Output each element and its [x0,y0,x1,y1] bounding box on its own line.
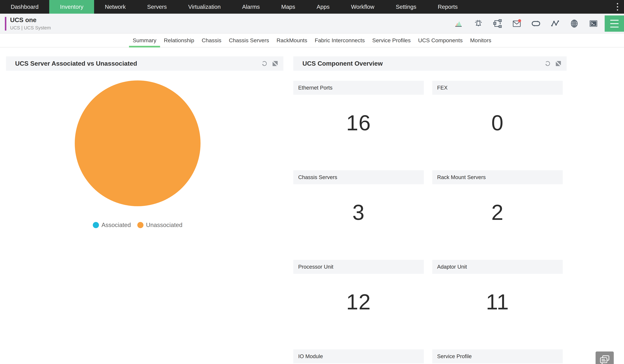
tab-ucs-components[interactable]: UCS Components [414,33,466,47]
legend-swatch [93,222,99,228]
card-io-module[interactable]: IO Module [293,349,424,364]
card-rack-mount-servers[interactable]: Rack Mount Servers 2 [432,170,563,260]
tab-rackmounts[interactable]: RackMounts [273,33,311,47]
legend-label: Unassociated [146,222,182,229]
hamburger-menu-button[interactable] [605,15,624,32]
pie-panel: UCS Server Associated vs Unassociated As… [6,56,283,229]
nav-item-settings[interactable]: Settings [385,0,427,14]
card-label: Processor Unit [293,260,424,274]
refresh-icon[interactable] [261,60,268,67]
overflow-menu-icon[interactable] [617,3,618,11]
card-label: Rack Mount Servers [432,170,563,184]
terminal-icon[interactable] [589,19,598,28]
card-label: FEX [432,81,563,95]
card-value: 11 [432,274,563,330]
card-ethernet-ports[interactable]: Ethernet Ports 16 [293,81,424,170]
device-title: UCS one [10,16,51,24]
overview-panel-title: UCS Component Overview [302,60,541,67]
card-value: 0 [432,95,563,151]
refresh-icon[interactable] [544,60,551,67]
pie-legend: Associated Unassociated [75,222,201,229]
nav-item-inventory[interactable]: Inventory [49,0,94,14]
performance-chart-icon[interactable] [455,19,464,28]
content-area: UCS Server Associated vs Unassociated As… [0,48,624,364]
card-value: 12 [293,274,424,330]
resize-icon[interactable] [271,60,279,67]
tab-fabric-interconnects[interactable]: Fabric Interconnects [311,33,368,47]
nav-item-virtualization[interactable]: Virtualization [178,0,231,14]
card-value: 16 [293,95,424,151]
globe-icon[interactable] [570,19,579,28]
overview-panel-header: UCS Component Overview [293,56,567,71]
sync-loop-icon[interactable] [531,19,541,28]
card-processor-unit[interactable]: Processor Unit 12 [293,260,424,349]
card-label: Chassis Servers [293,170,424,184]
workflow-icon[interactable] [493,19,502,28]
nav-item-network[interactable]: Network [94,0,136,14]
tab-monitors[interactable]: Monitors [466,33,495,47]
nav-item-servers[interactable]: Servers [136,0,178,14]
line-graph-icon[interactable] [550,19,560,28]
device-subtitle: UCS | UCS System [10,25,51,30]
card-value: 2 [432,184,563,240]
device-accent-bar [5,17,6,30]
pie-panel-header: UCS Server Associated vs Unassociated [6,56,283,71]
nav-item-workflow[interactable]: Workflow [340,0,385,14]
chat-button[interactable] [596,351,614,364]
legend-entry-associated[interactable]: Associated [93,222,131,229]
component-cards-grid: Ethernet Ports 16 FEX 0 Chassis Servers … [293,81,567,364]
nav-item-maps[interactable]: Maps [271,0,306,14]
tab-summary[interactable]: Summary [129,33,160,47]
nav-item-alarms[interactable]: Alarms [231,0,271,14]
legend-swatch [137,222,143,228]
device-header-bar: UCS one UCS | UCS System [0,14,624,33]
device-toolbar [455,14,598,33]
overview-panel: UCS Component Overview Ethernet Ports 16 [293,56,567,364]
legend-entry-unassociated[interactable]: Unassociated [137,222,182,229]
tab-chassis[interactable]: Chassis [198,33,225,47]
card-value [293,363,424,364]
pie-chart[interactable] [75,80,201,206]
card-fex[interactable]: FEX 0 [432,81,563,170]
tab-relationship[interactable]: Relationship [160,33,198,47]
nav-item-apps[interactable]: Apps [306,0,340,14]
card-label: Adaptor Unit [432,260,563,274]
card-service-profile[interactable]: Service Profile [432,349,563,364]
card-label: IO Module [293,349,424,363]
card-adaptor-unit[interactable]: Adaptor Unit 11 [432,260,563,349]
tab-service-profiles[interactable]: Service Profiles [368,33,414,47]
card-value: 3 [293,184,424,240]
pie-panel-title: UCS Server Associated vs Unassociated [15,60,258,67]
top-nav: Dashboard Inventory Network Servers Virt… [0,0,624,14]
alarm-bell-icon[interactable] [474,19,483,28]
card-chassis-servers[interactable]: Chassis Servers 3 [293,170,424,260]
resize-icon[interactable] [555,60,562,67]
tab-bar: Summary Relationship Chassis Chassis Ser… [0,33,624,48]
card-label: Ethernet Ports [293,81,424,95]
nav-item-dashboard[interactable]: Dashboard [0,0,49,14]
tab-chassis-servers[interactable]: Chassis Servers [225,33,273,47]
mail-unread-icon[interactable] [512,19,521,28]
chat-bubbles-icon [599,354,610,364]
nav-item-reports[interactable]: Reports [427,0,468,14]
legend-label: Associated [102,222,131,229]
card-label: Service Profile [432,349,563,363]
card-value [432,363,563,364]
